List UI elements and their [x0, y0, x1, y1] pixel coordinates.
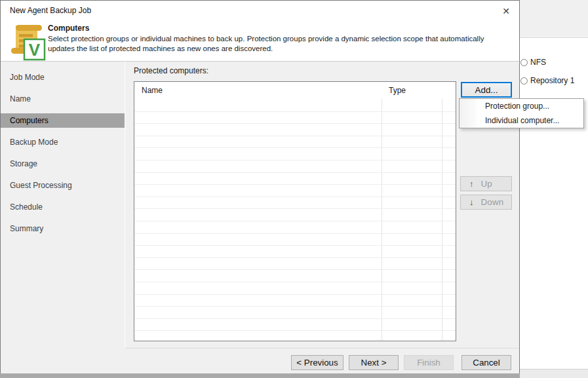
protected-computers-label: Protected computers: — [134, 66, 208, 75]
menu-item-individual-computer[interactable]: Individual computer... — [460, 113, 583, 128]
cancel-button-label: Cancel — [473, 358, 500, 368]
menu-item-label: Protection group... — [485, 102, 549, 111]
menu-item-label: Individual computer... — [485, 116, 559, 125]
column-header-name[interactable]: Name — [134, 82, 382, 99]
titlebar[interactable]: New Agent Backup Job ✕ — [1, 1, 519, 20]
background-ribbon-strip — [520, 0, 588, 38]
previous-button-label: < Previous — [296, 358, 338, 368]
tree-item-label: Repository 1 — [530, 76, 574, 85]
step-label: Job Mode — [10, 73, 45, 82]
svg-text:V: V — [29, 40, 41, 60]
sidebar-item-computers[interactable]: Computers — [1, 113, 125, 128]
next-button-label: Next > — [361, 358, 387, 368]
wizard-banner: V Computers Select protection groups or … — [1, 20, 519, 62]
agent-backup-job-icon: V — [7, 21, 48, 62]
close-icon[interactable]: ✕ — [498, 3, 514, 19]
background-tree-item-nfs[interactable]: NFS — [520, 56, 546, 68]
background-window: NFS Repository 1 — [520, 0, 588, 378]
tree-item-label: NFS — [530, 58, 546, 67]
add-button-label: Add... — [475, 85, 498, 95]
background-statusbar — [520, 369, 588, 378]
step-description-line2: updates the list of protected machines a… — [48, 45, 273, 52]
step-label: Summary — [10, 224, 43, 233]
repository-icon — [520, 59, 528, 66]
up-button[interactable]: ↑ Up — [460, 176, 512, 191]
step-label: Backup Mode — [10, 138, 58, 147]
add-dropdown-menu: Protection group... Individual computer.… — [459, 98, 584, 128]
wizard-body: Job Mode Name Computers Backup Mode Stor… — [1, 62, 519, 373]
sidebar-item-name[interactable]: Name — [1, 92, 125, 106]
step-label: Storage — [10, 159, 37, 168]
footer-divider — [125, 348, 519, 349]
background-window-edge — [0, 373, 520, 378]
sidebar-item-schedule[interactable]: Schedule — [1, 200, 125, 214]
screen: NFS Repository 1 New Agent Backup Job ✕ — [0, 0, 588, 378]
step-label: Computers — [10, 116, 49, 125]
step-label: Schedule — [10, 202, 43, 212]
step-label: Guest Processing — [10, 181, 72, 190]
new-agent-backup-job-dialog: New Agent Backup Job ✕ V Computers Selec… — [0, 0, 520, 373]
finish-button-label: Finish — [417, 358, 441, 368]
finish-button[interactable]: Finish — [404, 355, 454, 370]
down-button[interactable]: ↓ Down — [460, 195, 512, 210]
column-header-type[interactable]: Type — [382, 82, 449, 99]
step-label: Name — [10, 94, 31, 104]
repository-icon — [520, 77, 528, 85]
sidebar-item-backup-mode[interactable]: Backup Mode — [1, 135, 125, 149]
table-header: Name Type — [134, 82, 456, 99]
next-button[interactable]: Next > — [349, 355, 399, 370]
sidebar-item-guest-processing[interactable]: Guest Processing — [1, 178, 125, 193]
step-description-line1: Select protection groups or individual m… — [48, 35, 484, 43]
up-button-label: Up — [481, 179, 492, 189]
protected-computers-table[interactable]: Name Type — [134, 81, 456, 341]
up-arrow-icon: ↑ — [469, 179, 474, 189]
sidebar-divider — [125, 62, 125, 348]
sidebar-item-job-mode[interactable]: Job Mode — [1, 70, 125, 85]
down-arrow-icon: ↓ — [469, 197, 474, 207]
add-button[interactable]: Add... — [461, 82, 512, 98]
sidebar-item-summary[interactable]: Summary — [1, 221, 125, 236]
sidebar-item-storage[interactable]: Storage — [1, 157, 125, 171]
cancel-button[interactable]: Cancel — [461, 355, 511, 370]
menu-item-protection-group[interactable]: Protection group... — [460, 99, 583, 113]
previous-button[interactable]: < Previous — [291, 355, 343, 370]
window-title: New Agent Backup Job — [10, 6, 91, 15]
step-title: Computers — [48, 24, 89, 33]
table-rows-empty — [134, 100, 456, 341]
background-tree-item-repository[interactable]: Repository 1 — [520, 75, 574, 86]
down-button-label: Down — [481, 197, 504, 207]
